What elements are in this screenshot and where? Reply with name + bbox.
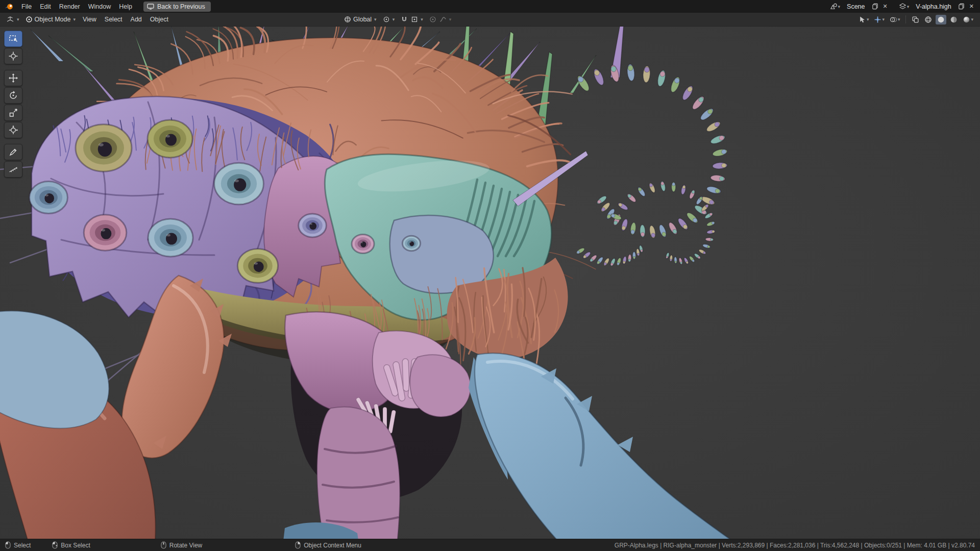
hint-box-select: Box Select [52,541,90,549]
unlink-scene-icon[interactable]: ✕ [881,3,890,10]
editor-type-button[interactable]: ▾ [3,14,22,24]
blender-logo-icon[interactable] [4,2,14,11]
back-button-label: Back to Previous [157,3,205,10]
dropdown-caret-icon: ▾ [374,17,377,22]
dropdown-caret-icon: ▾ [898,17,900,22]
mouse-left-drag-icon [52,541,58,549]
scene-statistics: GRP-Alpha.legs | RIG-alpha_monster | Ver… [615,542,975,549]
mode-selector[interactable]: Object Mode ▾ [22,15,79,24]
topbar: File Edit Render Window Help Back to Pre… [0,0,980,13]
tool-cursor[interactable] [4,48,22,64]
hint-label: Select [14,542,31,549]
dropdown-caret-icon: ▾ [421,17,423,22]
orientation-label: Global [353,16,372,23]
scene-name[interactable]: Scene [843,2,869,11]
hint-label: Object Context Menu [304,542,361,549]
view-layer-icon[interactable]: ▾ [898,2,911,11]
remove-view-layer-icon[interactable]: ✕ [967,3,976,10]
back-to-previous-button[interactable]: Back to Previous [143,2,211,12]
hint-rotate-view: Rotate View [161,541,202,549]
menu-select[interactable]: Select [101,14,127,24]
mouse-left-click-icon [5,541,11,549]
mouse-middle-click-icon [161,541,166,549]
proportional-falloff-dropdown[interactable]: ▾ [436,15,455,24]
pivot-point-dropdown[interactable]: ▾ [380,15,398,24]
menu-view[interactable]: View [79,14,101,24]
dropdown-caret-icon: ▾ [449,17,452,22]
mouse-right-click-icon [295,541,301,549]
mode-label: Object Mode [35,16,71,23]
viewport-canvas[interactable] [0,27,980,539]
dropdown-caret-icon: ▾ [73,17,76,22]
orientation-globe-icon [344,16,351,23]
shading-wireframe-button[interactable] [923,15,934,24]
tool-scale[interactable] [4,105,22,121]
tool-transform[interactable] [4,122,22,138]
dropdown-caret-icon: ▾ [867,17,869,22]
dropdown-caret-icon: ▾ [17,17,19,22]
menu-object[interactable]: Object [146,14,173,24]
new-view-layer-icon[interactable] [957,2,966,11]
viewport-3d[interactable] [0,27,980,539]
xray-toggle[interactable] [910,15,921,24]
hint-label: Rotate View [169,542,202,549]
shading-solid-button[interactable] [936,15,946,24]
dropdown-caret-icon: ▾ [838,4,841,9]
menu-add[interactable]: Add [127,14,146,24]
dropdown-caret-icon: ▾ [882,17,885,22]
overlays-dropdown[interactable]: ▾ [888,15,902,24]
menu-help[interactable]: Help [115,2,136,12]
hint-context-menu: Object Context Menu [295,541,361,549]
menu-render[interactable]: Render [55,2,84,12]
tool-annotate[interactable] [4,144,22,160]
browse-scene-icon[interactable]: ▾ [829,2,842,11]
menu-file[interactable]: File [17,2,36,12]
menu-edit[interactable]: Edit [36,2,55,12]
object-types-visibility-dropdown[interactable]: ▾ [857,15,871,24]
hint-label: Box Select [61,542,90,549]
viewport-header: ▾ Object Mode ▾ View Select Add Object G… [0,13,980,27]
object-mode-icon [26,16,33,23]
shading-rendered-button[interactable]: ▾ [961,15,975,24]
toolbar [4,31,22,178]
menu-window[interactable]: Window [84,2,115,12]
dropdown-caret-icon: ▾ [393,17,395,22]
tool-rotate[interactable] [4,87,22,104]
tool-select-box[interactable] [4,31,22,47]
dropdown-caret-icon: ▾ [907,4,910,9]
view-layer-name[interactable]: V-alpha.high [912,2,955,11]
dropdown-caret-icon: ▾ [971,17,973,22]
statusbar: Select Box Select Rotate View Object Con… [0,539,980,551]
new-scene-icon[interactable] [871,2,879,11]
transform-orientation-dropdown[interactable]: Global ▾ [341,15,380,24]
shading-material-button[interactable] [948,15,959,24]
hint-select: Select [5,541,31,549]
snap-toggle[interactable] [398,15,411,24]
tool-move[interactable] [4,70,22,86]
tool-measure[interactable] [4,161,22,178]
workspace-screen-icon [147,4,154,10]
gizmos-dropdown[interactable]: ▾ [872,15,886,24]
